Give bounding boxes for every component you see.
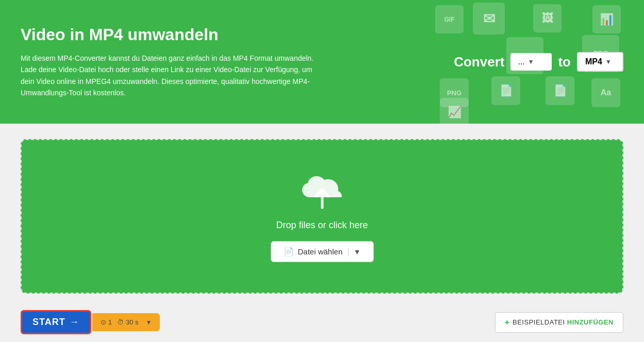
chart-bg-icon: 📊 [592, 5, 621, 33]
png-bg-icon: PNG [440, 78, 469, 107]
to-label: to [558, 54, 571, 70]
choose-file-label: Datei wählen [298, 247, 343, 256]
start-arrow-icon: → [70, 317, 79, 328]
example-file-button[interactable]: + BEISPIELDATEI HINZUFÜGEN [495, 312, 623, 333]
doc2-bg-icon: 📄 [546, 76, 574, 105]
files-count: 1 [108, 318, 112, 326]
header-banner: Video in MP4 umwandeln Mit diesem MP4-Co… [0, 0, 644, 124]
bottom-left: START → ⊙ 1 ⏱ 30 s ▼ [21, 310, 160, 334]
choose-file-chevron-icon: ▼ [348, 248, 361, 256]
clock-icon: ⏱ [117, 318, 124, 326]
files-count-item: ⊙ 1 [101, 318, 112, 326]
example-label: BEISPIELDATEI HINZUFÜGEN [513, 318, 614, 326]
font-bg-icon: Aa [591, 78, 620, 107]
choose-file-left: 📄 Datei wählen [284, 247, 343, 256]
trend-bg-icon: 📈 [440, 98, 469, 124]
bottom-bar: START → ⊙ 1 ⏱ 30 s ▼ + BEISPIELDATEI HIN… [0, 304, 644, 340]
convert-to-value: MP4 [585, 57, 602, 66]
file-icon: 📄 [284, 247, 294, 256]
start-button[interactable]: START → [21, 310, 91, 334]
example-label-part1: BEISPIELDATEI [513, 318, 567, 326]
options-info[interactable]: ⊙ 1 ⏱ 30 s ▼ [92, 313, 160, 331]
header-description: Mit diesem MP4-Converter kannst du Datei… [21, 53, 320, 99]
gif-bg-icon: GIF [435, 5, 464, 33]
files-icon: ⊙ [101, 318, 106, 326]
page-title: Video in MP4 umwandeln [21, 25, 320, 44]
convert-from-value: ... [518, 57, 524, 66]
drop-zone[interactable]: Drop files or click here 📄 Datei wählen … [21, 139, 623, 294]
example-label-part2: HINZUFÜGEN [567, 318, 614, 326]
to-chevron-icon: ▼ [605, 58, 612, 65]
duration-item: ⏱ 30 s [117, 318, 139, 326]
drop-text: Drop files or click here [276, 220, 368, 231]
convert-to-dropdown[interactable]: MP4 ▼ [577, 52, 623, 72]
doc1-bg-icon: 📄 [491, 76, 520, 105]
start-label: START [32, 317, 65, 328]
duration-value: 30 s [126, 318, 139, 326]
options-chevron-icon: ▼ [145, 319, 152, 326]
upload-cloud-icon [299, 170, 345, 212]
main-content: Drop files or click here 📄 Datei wählen … [0, 124, 644, 304]
header-left: Video in MP4 umwandeln Mit diesem MP4-Co… [21, 25, 320, 99]
choose-file-button[interactable]: 📄 Datei wählen ▼ [271, 241, 374, 262]
plus-icon: + [505, 318, 509, 327]
convert-row: Convert ... ▼ to MP4 ▼ [454, 52, 623, 72]
from-chevron-icon: ▼ [528, 58, 534, 65]
convert-label: Convert [454, 54, 504, 70]
convert-from-dropdown[interactable]: ... ▼ [510, 53, 552, 71]
email-bg-icon: ✉ [473, 3, 505, 35]
image-bg-icon: 🖼 [533, 4, 562, 32]
